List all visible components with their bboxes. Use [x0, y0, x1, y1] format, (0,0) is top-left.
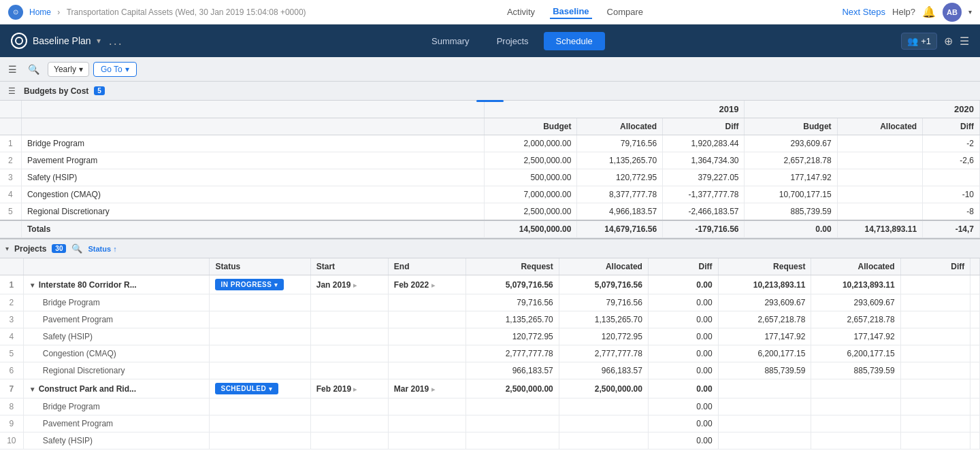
plan-chevron-icon[interactable]: ▾ [97, 36, 101, 46]
projects-header-allocated-2020[interactable]: Allocated [811, 258, 900, 275]
budget-section-toggle[interactable]: ☰ [5, 85, 18, 97]
project-diff-2019: 0.00 [648, 275, 718, 294]
project-request-2020: 10,213,893.11 [718, 275, 811, 294]
budget-year-2020-header: 2020 [745, 101, 980, 118]
help-button[interactable]: Help? [892, 7, 915, 17]
more-options-button[interactable]: ... [109, 34, 123, 48]
project-row-scrollbar [970, 362, 980, 379]
budget-header-budget-2019[interactable]: Budget [485, 118, 577, 135]
diff-2020-value: -2,6 [923, 152, 980, 169]
projects-header-status[interactable]: Status [210, 258, 310, 275]
projects-table: Status Start End Request Allocated Diff … [0, 258, 980, 449]
budget-section-count: 5 [94, 86, 105, 95]
notifications-bell-icon[interactable]: 🔔 [922, 5, 936, 18]
allocated-2019-value: 1,135,265.70 [577, 152, 663, 169]
budget-2020-value: 177,147.92 [745, 169, 837, 186]
projects-header-start[interactable]: Start [310, 258, 388, 275]
expand-icon[interactable]: ▼ [29, 386, 36, 393]
projects-header-request-2020[interactable]: Request [718, 258, 811, 275]
nav-baseline[interactable]: Baseline [550, 5, 591, 19]
budget-header-allocated-2020[interactable]: Allocated [837, 118, 923, 135]
project-diff-2020 [900, 432, 970, 449]
project-allocated-2020: 2,657,218.78 [811, 311, 900, 328]
budget-header-diff-2020[interactable]: Diff [923, 118, 980, 135]
add-user-button[interactable]: 👥 +1 [901, 33, 937, 50]
status-dropdown-icon[interactable]: ▾ [269, 386, 273, 392]
filter-icon[interactable]: ☰ [960, 35, 969, 48]
allocated-2020-value [837, 169, 923, 186]
tab-schedule[interactable]: Schedule [544, 32, 605, 50]
end-date-indicator: ▸ [431, 386, 435, 393]
projects-header-end[interactable]: End [388, 258, 466, 275]
yearly-chevron-icon: ▾ [79, 65, 83, 74]
allocated-2019-value: 8,377,777.78 [577, 186, 663, 203]
row-number: 1 [0, 135, 21, 152]
home-icon[interactable]: ⊙ [8, 5, 23, 20]
search-button[interactable]: 🔍 [24, 63, 44, 76]
plan-name: Baseline Plan [33, 35, 91, 46]
project-request-2020: 177,147.92 [718, 328, 811, 345]
secondary-navigation: Baseline Plan ▾ ... Summary Projects Sch… [0, 24, 980, 57]
projects-header-request-2019[interactable]: Request [466, 258, 559, 275]
project-allocated-2020: 293,609.67 [811, 294, 900, 311]
totals-diff-2020: -14,7 [923, 220, 980, 238]
budget-section: ☰ Budgets by Cost 5 [0, 82, 980, 239]
project-request-2019: 1,135,265.70 [466, 311, 559, 328]
next-steps-button[interactable]: Next Steps [842, 7, 885, 17]
drag-handle[interactable] [470, 99, 510, 103]
projects-header-scrollbar [970, 258, 980, 275]
nav-compare[interactable]: Compare [604, 5, 646, 18]
budget-row-name: Bridge Program [21, 135, 484, 152]
menu-toggle-button[interactable]: ☰ [5, 63, 20, 76]
status-badge[interactable]: SCHEDULED ▾ [215, 383, 278, 394]
project-allocated-2019: 120,772.95 [559, 328, 648, 345]
projects-table-row: 6 Regional Discretionary 966,183.57 966,… [0, 362, 980, 379]
row-number: 3 [0, 169, 21, 186]
go-to-button[interactable]: Go To ▾ [93, 62, 137, 77]
budget-header-rownum [0, 118, 21, 135]
diff-2019-value: 379,227.05 [663, 169, 745, 186]
projects-header-diff-2019[interactable]: Diff [648, 258, 718, 275]
project-row-name: Safety (HSIP) [23, 328, 210, 345]
project-end-date [388, 294, 466, 311]
budget-header-budget-2020[interactable]: Budget [745, 118, 837, 135]
avatar[interactable]: AB [943, 3, 962, 22]
yearly-dropdown[interactable]: Yearly ▾ [48, 62, 89, 77]
projects-section: ▾ Projects 30 🔍 Status ↑ [0, 239, 980, 476]
budget-header-diff-2019[interactable]: Diff [663, 118, 745, 135]
project-start-date: Feb 2019 ▸ [310, 379, 388, 398]
project-allocated-2019: 2,777,777.78 [559, 345, 648, 362]
projects-search-icon[interactable]: 🔍 [71, 243, 82, 254]
projects-section-header: ▾ Projects 30 🔍 Status ↑ [0, 239, 980, 258]
projects-section-chevron-icon[interactable]: ▾ [5, 245, 9, 252]
budget-2019-value: 2,500,000.00 [485, 203, 577, 221]
project-row-name: Regional Discretionary [23, 362, 210, 379]
tab-summary[interactable]: Summary [419, 32, 482, 50]
projects-header-allocated-2019[interactable]: Allocated [559, 258, 648, 275]
budget-table-row: 3 Safety (HSIP) 500,000.00 120,772.95 37… [0, 169, 980, 186]
project-end-date [388, 362, 466, 379]
home-link[interactable]: Home [29, 7, 51, 17]
secondary-nav-actions: 👥 +1 ⊕ ☰ [901, 33, 969, 50]
top-nav-right-area: Next Steps Help? 🔔 AB ▾ [842, 3, 972, 22]
project-row-number: 8 [0, 398, 23, 415]
nav-activity[interactable]: Activity [504, 5, 538, 18]
projects-header-diff-2020[interactable]: Diff [900, 258, 970, 275]
project-diff-2019: 0.00 [648, 362, 718, 379]
account-chevron-icon[interactable]: ▾ [968, 8, 972, 16]
project-diff-2020 [900, 328, 970, 345]
compass-icon[interactable]: ⊕ [944, 35, 953, 48]
expand-icon[interactable]: ▼ [29, 282, 36, 289]
project-diff-2020 [900, 362, 970, 379]
plan-selector[interactable]: Baseline Plan ▾ [11, 33, 101, 49]
diff-2020-value: -8 [923, 203, 980, 221]
project-diff-2019: 0.00 [648, 328, 718, 345]
projects-sort-status[interactable]: Status ↑ [88, 245, 116, 253]
budget-header-allocated-2019[interactable]: Allocated [577, 118, 663, 135]
tab-projects[interactable]: Projects [485, 32, 541, 50]
project-row-scrollbar [970, 311, 980, 328]
project-allocated-2019 [559, 415, 648, 432]
start-date-indicator: ▸ [353, 386, 357, 393]
status-dropdown-icon[interactable]: ▾ [274, 282, 278, 288]
status-badge[interactable]: IN PROGRESS ▾ [215, 279, 283, 290]
